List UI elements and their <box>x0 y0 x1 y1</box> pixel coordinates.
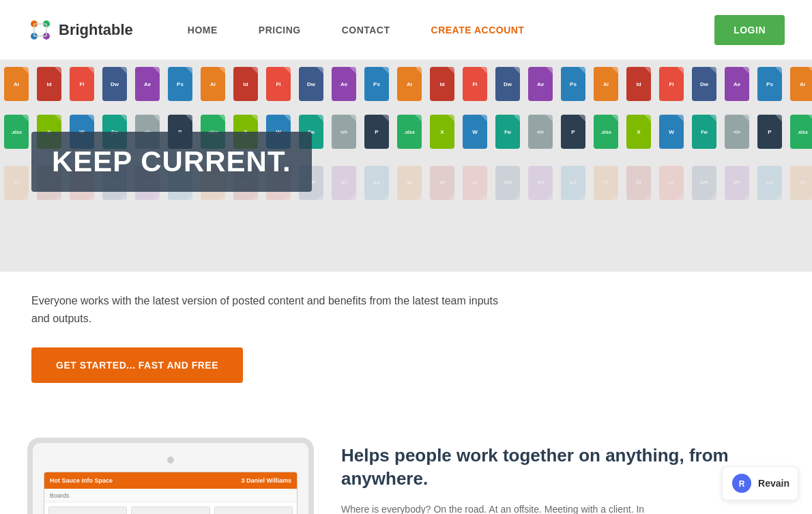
below-hero: Everyone works with the latest version o… <box>0 272 812 424</box>
file-icon: Fl <box>459 60 491 108</box>
file-icon: .xlsx <box>786 108 812 156</box>
file-icon: Ae <box>328 60 360 108</box>
tablet-user-text: 3 Daniel Williams <box>242 477 291 484</box>
file-icon: Ai <box>590 60 622 108</box>
hero-text-box: KEEP CURRENT. <box>31 132 312 192</box>
logo-text: Brightable <box>59 21 133 39</box>
hero-section: Ai Id Fl Dw Ae Ps Ai Id Fl Dw Ae Ps Ai I… <box>0 60 812 272</box>
revain-label: Revain <box>758 478 789 489</box>
hero-subtitle: Everyone works with the latest version o… <box>31 292 509 327</box>
cta-button[interactable]: GET STARTED... FAST AND FREE <box>31 347 243 383</box>
section-heading: Helps people work together on anything, … <box>341 444 785 491</box>
file-icon: Ps <box>753 60 786 108</box>
file-icon: Ai <box>0 60 33 108</box>
file-icon: Fl <box>66 60 98 108</box>
header: Brightable HOME PRICING CONTACT CREATE A… <box>0 0 812 60</box>
main-nav: HOME PRICING CONTACT CREATE ACCOUNT <box>188 25 714 35</box>
nav-contact[interactable]: CONTACT <box>342 25 390 35</box>
file-icon: Id <box>622 60 655 108</box>
file-icon: X <box>426 108 459 156</box>
file-icon: Dw <box>295 60 328 108</box>
tablet-mockup: Hot Sauce Info Space 3 Daniel Williams B… <box>27 438 314 514</box>
file-icon: Ps <box>557 60 590 108</box>
hero-title: KEEP CURRENT. <box>52 145 291 178</box>
tablet-screen: Hot Sauce Info Space 3 Daniel Williams B… <box>44 472 298 514</box>
tablet-cell: Brand Identity <box>48 506 127 514</box>
file-icon: P <box>360 108 393 156</box>
file-icon: Fl <box>262 60 295 108</box>
file-icon: Fl <box>655 60 688 108</box>
file-icon: .xlsx <box>393 108 426 156</box>
bottom-section: Hot Sauce Info Space 3 Daniel Williams B… <box>0 424 812 514</box>
nav-create-account[interactable]: CREATE ACCOUNT <box>431 25 525 35</box>
file-icon: Ai <box>393 60 426 108</box>
revain-badge: R Revain <box>722 466 798 500</box>
file-icon: </> <box>524 108 557 156</box>
file-icon: W <box>459 108 491 156</box>
tablet-outer: Hot Sauce Info Space 3 Daniel Williams B… <box>27 438 314 514</box>
file-icon: Id <box>229 60 262 108</box>
file-icon: P <box>753 108 786 156</box>
login-button[interactable]: LOGIN <box>714 15 785 45</box>
svg-text:R: R <box>739 479 745 489</box>
section-text: Where is everybody? On the road. At an o… <box>341 502 785 514</box>
file-icon: .xlsx <box>0 108 33 156</box>
file-icon: Ps <box>360 60 393 108</box>
revain-logo-icon: R <box>731 472 753 494</box>
file-icon: Dw <box>688 60 721 108</box>
tablet-screen-header: Hot Sauce Info Space 3 Daniel Williams <box>44 472 297 489</box>
file-icon: Fw <box>491 108 524 156</box>
file-icon: .xlsx <box>590 108 622 156</box>
file-icon: Ai <box>786 60 812 108</box>
file-icon: Ai <box>197 60 229 108</box>
nav-home[interactable]: HOME <box>188 25 218 35</box>
file-icon: Ae <box>524 60 557 108</box>
file-icon: Ae <box>131 60 164 108</box>
file-icon: W <box>655 108 688 156</box>
file-icon: </> <box>721 108 753 156</box>
file-icon: X <box>622 108 655 156</box>
tablet-header-text: Hot Sauce Info Space <box>50 477 113 484</box>
file-icon: Id <box>33 60 66 108</box>
file-icon: P <box>557 108 590 156</box>
icon-row-1: Ai Id Fl Dw Ae Ps Ai Id Fl Dw Ae Ps Ai I… <box>0 60 812 108</box>
tablet-row: Brand Identity Client Board: Allied Indu… <box>48 506 293 514</box>
tablet-boards-label: Boards <box>44 489 297 502</box>
file-icon: Id <box>426 60 459 108</box>
file-icon: Ae <box>721 60 753 108</box>
file-icon: </> <box>328 108 360 156</box>
file-icon: Dw <box>491 60 524 108</box>
tablet-camera <box>167 457 174 463</box>
logo-icon <box>27 17 53 43</box>
nav-pricing[interactable]: PRICING <box>259 25 301 35</box>
tablet-rows: Brand Identity Client Board: Allied Indu… <box>44 502 297 514</box>
file-icon: Ps <box>164 60 197 108</box>
tablet-cell: Client Board: Allied Industries <box>131 506 209 514</box>
file-icon: Dw <box>98 60 131 108</box>
file-icon: Fw <box>688 108 721 156</box>
right-content: Helps people work together on anything, … <box>341 438 785 514</box>
tablet-cell: Client Board: Battery Bars <box>214 506 293 514</box>
logo[interactable]: Brightable <box>27 17 133 43</box>
